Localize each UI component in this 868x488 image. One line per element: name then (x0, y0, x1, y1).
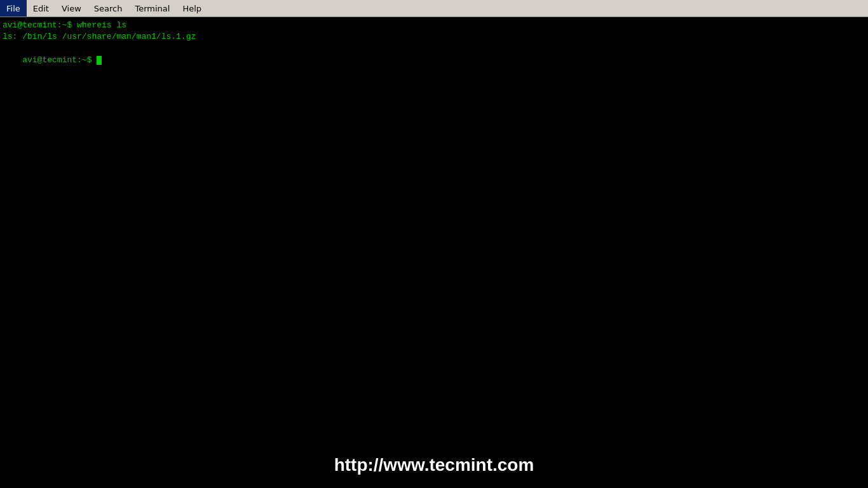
terminal-line-1: avi@tecmint:~$ whereis ls (3, 20, 865, 31)
menu-edit[interactable]: Edit (27, 0, 55, 17)
terminal-area[interactable]: avi@tecmint:~$ whereis ls ls: /bin/ls /u… (0, 17, 868, 488)
watermark: http://www.tecmint.com (334, 455, 534, 475)
menubar: File Edit View Search Terminal Help (0, 0, 868, 17)
menu-help[interactable]: Help (176, 0, 208, 17)
terminal-cursor (97, 56, 102, 65)
menu-terminal[interactable]: Terminal (128, 0, 176, 17)
menu-view[interactable]: View (55, 0, 88, 17)
terminal-line-3: avi@tecmint:~$ (3, 43, 865, 78)
terminal-line-2: ls: /bin/ls /usr/share/man/man1/ls.1.gz (3, 31, 865, 43)
menu-search[interactable]: Search (88, 0, 129, 17)
terminal-prompt: avi@tecmint:~$ (22, 55, 97, 65)
menu-file[interactable]: File (0, 0, 27, 17)
